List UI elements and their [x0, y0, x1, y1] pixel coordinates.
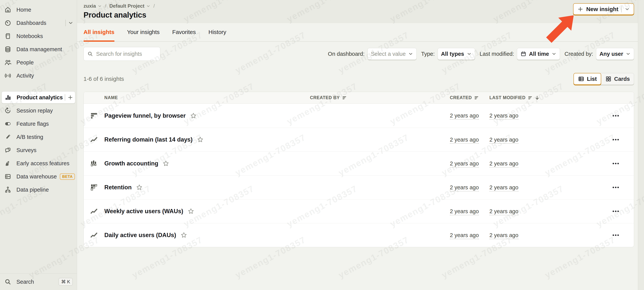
tab-label: Favorites	[172, 29, 196, 35]
insight-type-icon	[84, 207, 104, 216]
tab-your-insights[interactable]: Your insights	[127, 23, 160, 41]
sidebar-product-surveys[interactable]: Surveys	[2, 144, 75, 156]
sidebar-product-feature-flags[interactable]: Feature flags	[2, 118, 75, 130]
sort-direction-down-icon	[535, 95, 540, 100]
last-modified-select[interactable]: All time	[517, 48, 560, 60]
view-toggle-cards[interactable]: Cards	[600, 73, 634, 85]
insight-name-link[interactable]: Daily active users (DAUs)	[104, 232, 176, 238]
sidebar-product-session-replay[interactable]: Session replay	[2, 104, 75, 117]
sidebar-item-label: Feature flags	[16, 121, 49, 127]
row-more-menu-button[interactable]	[612, 208, 620, 215]
created-by-select[interactable]: Any user	[596, 48, 634, 60]
favorite-star-icon[interactable]	[180, 232, 188, 239]
sidebar-item-label: Dashboards	[16, 20, 46, 26]
sidebar-product-data-pipeline[interactable]: Data pipeline	[2, 184, 75, 196]
sidebar-item-icon	[4, 186, 12, 193]
new-insight-button[interactable]: New insight	[573, 3, 634, 15]
new-insight-label: New insight	[586, 6, 618, 12]
favorite-star-icon[interactable]	[190, 112, 197, 120]
sidebar-item-label: Home	[16, 7, 31, 13]
chevron-down-icon	[146, 4, 150, 8]
insight-name-link[interactable]: Referring domain (last 14 days)	[104, 136, 193, 143]
sidebar-item-controls	[65, 94, 73, 101]
row-more-menu-button[interactable]	[612, 231, 620, 239]
row-more-menu-button[interactable]	[612, 112, 620, 120]
sidebar-item-label: Data pipeline	[16, 187, 49, 193]
plus-icon[interactable]	[68, 94, 73, 100]
breadcrumb-org[interactable]: zuxia	[84, 3, 102, 9]
insight-name-link[interactable]: Growth accounting	[104, 160, 158, 167]
sidebar-item-icon	[4, 19, 12, 26]
sidebar-item-notebooks[interactable]: Notebooks	[2, 30, 75, 42]
filters: On dashboard: Select a value Type: All t…	[328, 48, 634, 60]
insight-name-link[interactable]: Pageview funnel, by browser	[104, 112, 186, 119]
tab-all-insights[interactable]: All insights	[84, 23, 114, 41]
filter-label: Created by:	[564, 51, 593, 57]
last-modified-cell: 2 years ago	[490, 184, 598, 191]
filter-on-dashboard: On dashboard: Select a value	[328, 48, 416, 60]
tab-favorites[interactable]: Favorites	[172, 23, 196, 41]
sidebar-item-data-management[interactable]: Data management	[2, 43, 75, 56]
insights-search-box[interactable]	[84, 47, 160, 61]
breadcrumb-project[interactable]: Default Project	[109, 3, 150, 9]
favorite-star-icon[interactable]	[162, 160, 170, 167]
sidebar-item-label: Surveys	[16, 147, 36, 154]
search-icon	[4, 278, 12, 286]
sidebar-item-icon	[4, 133, 12, 140]
filter-type: Type: All types	[421, 48, 475, 60]
sidebar-item-label: Session replay	[16, 108, 53, 114]
sidebar-product-a-b-testing[interactable]: A/B testing	[2, 131, 75, 143]
sidebar-item-people[interactable]: People	[2, 56, 75, 68]
tab-label: History	[208, 29, 226, 35]
filter-row: On dashboard: Select a value Type: All t…	[77, 42, 638, 64]
favorite-star-icon[interactable]	[187, 208, 194, 215]
sidebar-item-activity[interactable]: Activity	[2, 70, 75, 82]
favorite-star-icon[interactable]	[197, 136, 204, 143]
chevron-down-icon	[467, 52, 472, 56]
select-value: All time	[529, 51, 549, 57]
column-header-last-modified[interactable]: LAST MODIFIED	[490, 95, 598, 100]
sidebar-item-label: Activity	[16, 72, 34, 79]
sidebar-product-data-warehouse[interactable]: Data warehouse BETA	[2, 170, 75, 183]
insights-search-input[interactable]	[96, 51, 157, 57]
tab-history[interactable]: History	[208, 23, 226, 41]
view-toggle-list[interactable]: List	[574, 73, 601, 85]
type-select[interactable]: All types	[438, 48, 475, 60]
row-more-menu-button[interactable]	[612, 184, 620, 191]
column-header-created-by[interactable]: CREATED BY	[310, 95, 450, 100]
row-more-menu-button[interactable]	[612, 160, 620, 167]
plus-icon	[577, 6, 584, 12]
sidebar-product-early-access-features[interactable]: Early access features	[2, 157, 75, 170]
last-modified-cell: 2 years ago	[490, 232, 598, 238]
favorite-star-icon[interactable]	[136, 184, 143, 191]
breadcrumb: zuxia / Default Project /	[84, 3, 634, 9]
created-cell: 2 years ago	[450, 208, 490, 214]
sidebar-product-product-analytics[interactable]: Product analytics	[2, 91, 75, 104]
sidebar-search-button[interactable]: Search ⌘ K	[2, 274, 75, 289]
scrollbar-track[interactable]	[638, 0, 644, 290]
sidebar-item-label: People	[16, 60, 34, 66]
sidebar-item-icon	[4, 173, 12, 180]
column-header-created[interactable]: CREATED	[450, 95, 490, 100]
row-more-menu-button[interactable]	[612, 136, 620, 144]
insight-type-icon	[84, 112, 104, 120]
filter-created-by: Created by: Any user	[564, 48, 634, 60]
sidebar-item-label: Early access features	[16, 160, 69, 166]
last-modified-cell: 2 years ago	[490, 160, 598, 167]
sidebar-item-icon	[4, 32, 12, 40]
chevron-down-icon[interactable]	[68, 20, 74, 26]
sidebar-item-home[interactable]: Home	[2, 4, 75, 16]
breadcrumb-separator: /	[154, 3, 155, 9]
insight-row: Referring domain (last 14 days) 2 years …	[84, 128, 634, 152]
chevron-down-icon[interactable]	[624, 6, 630, 12]
column-header-name: NAME	[104, 95, 310, 100]
insight-name-link[interactable]: Retention	[104, 184, 132, 191]
sidebar-item-label: Data management	[16, 46, 62, 52]
sidebar-item-label: Notebooks	[16, 33, 43, 39]
sidebar-products: Product analytics Session replay Feature…	[0, 88, 77, 197]
sort-icon	[342, 95, 347, 100]
on-dashboard-select[interactable]: Select a value	[368, 48, 416, 60]
view-toggle-cards-label: Cards	[614, 76, 630, 82]
sidebar-item-dashboards[interactable]: Dashboards	[2, 17, 75, 29]
insight-name-link[interactable]: Weekly active users (WAUs)	[104, 208, 183, 215]
